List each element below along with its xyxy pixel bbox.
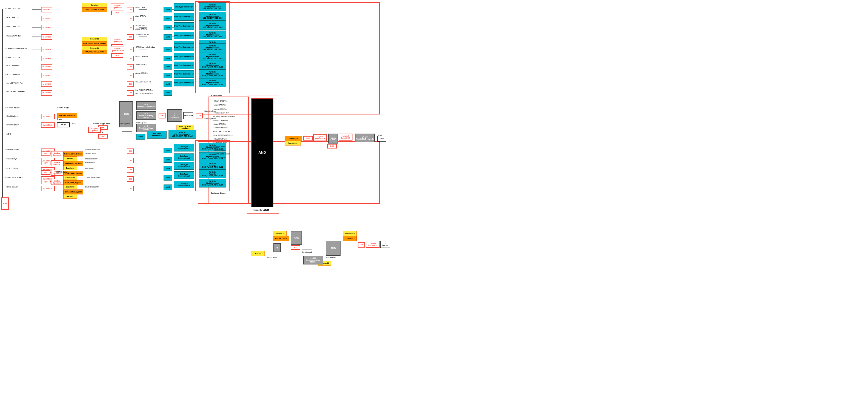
label-aux-can-rx: <Aux CAN Rx>: [5, 65, 19, 67]
resettable-delay-1-5s: z^-150Resettable Delay 1.5s: [355, 134, 375, 142]
uint8-4: uint8: [163, 34, 172, 40]
const7: Constant7: [63, 194, 77, 199]
startup-hack: Start_Up_HackConstant5: [177, 125, 194, 130]
logical-operator12: LogicalOperator12: [111, 37, 124, 44]
label-plausibility: <Plausibility>: [5, 158, 17, 160]
not-block-ts-off: NOT: [98, 134, 107, 139]
label-vdc: <VDC>: [5, 133, 12, 135]
systems-states-label: Systems States: [211, 192, 225, 194]
buzzer-reset-label: Buzzer Reset: [267, 257, 277, 258]
and-in-dash-can-tx: <Dash CAN Tx>: [213, 100, 228, 102]
uint8-2: uint8: [163, 15, 172, 21]
label-bms-status: <BMS Status>: [5, 186, 19, 188]
not-k8: NOT: [303, 136, 313, 141]
logical-op-15: LogicalOperator15: [339, 134, 352, 141]
enable-k8: Enable_K8: [285, 136, 302, 141]
or-block-2: OR: [127, 15, 134, 21]
terminator-2: Terminator1: [302, 249, 312, 255]
rate-inv-right: to 100Hz9: [41, 90, 52, 96]
dtc-9: Data Type Conversion9: [174, 79, 194, 87]
resettable-delay-1500ms: z^-150Resettable Delay 1500ms: [303, 256, 323, 265]
sig-inv-left-can-rx: Inv LEFT CAN Rx: [135, 81, 151, 83]
plausibility-or-label: Plausibility OR: [85, 158, 98, 160]
const11: Constant11: [63, 175, 77, 180]
can-states-subsystem: [195, 1, 230, 93]
bspd-state-sig: BSPD State: [56, 171, 67, 173]
or-block-4: OR: [127, 34, 134, 40]
logical-op-13: LogicalOperator13: [366, 241, 379, 248]
and-in-can-ch-status: <CAN Channels Status>: [213, 115, 235, 118]
dtc-4: Data Type Conversion3: [174, 32, 194, 39]
bms-status-bypass: BMS_Status_Bypass: [63, 190, 83, 195]
and-in-accu-can-rx: <Accu CAN Rx>: [213, 127, 228, 129]
systems-states-subsystem: [195, 140, 230, 191]
dtc-7: Data Type Conversion7: [174, 62, 194, 69]
and-k8: AND: [328, 134, 338, 143]
not-sensor-err: NOT: [41, 151, 51, 156]
dtc-11: Data Type Conversion12: [174, 154, 194, 161]
or-block-15: OR: [127, 186, 134, 191]
label-inv-left-can-rx: <Inv LEFT CAN Rx>: [5, 82, 24, 84]
enable-and-border: [247, 96, 279, 213]
sensor-error-sig: Sensor Error: [85, 152, 96, 155]
not-block-1: NOT: [111, 11, 123, 15]
rate-brake: to 100Hz12: [41, 114, 55, 119]
rate-torque-tx: to 100Hz3: [41, 34, 52, 40]
resettable-delay-50ms2: z^-5Resettable Delay 50ms2: [136, 111, 156, 120]
or-block-3: OR: [127, 25, 134, 30]
logic-op-sensor-err: LogicalOperator1: [51, 151, 63, 157]
and-in-torque-can-tx: <Torque CAN Tx>: [213, 112, 229, 114]
and-in-bspd: <BSPD State>: [213, 149, 226, 151]
label-can-ch-status: <CAN Channels Status>: [5, 47, 27, 49]
bms-or-label: BMS Status OR: [85, 186, 99, 188]
brake-label: Brake: [57, 118, 62, 120]
and-in-plausibility: <Plausibility>: [213, 145, 225, 147]
plausibility-bypass: Plausibility_Bypass: [63, 161, 83, 166]
label-bspd-state: <BSPD State>: [5, 167, 19, 169]
buzzer-out: 2Buzzer: [380, 241, 390, 248]
dtc-14: Data Type Conversion15: [174, 181, 194, 188]
write-fl-bl13-2: Write toUSB Flight RecorderUSB_FLIGHT_RE…: [168, 130, 196, 139]
or-block-12: OR: [127, 158, 134, 163]
dtc-12: Data Type Conversion13: [174, 162, 194, 170]
sr-flipflop: SRFlip-Flop1: [167, 109, 182, 122]
buzzer-and-label: Buzzer AND: [327, 257, 336, 258]
label-dash-can-tx: <Dash CAN Tx>: [5, 7, 20, 10]
rate-can-ch: to 100Hz4: [41, 47, 52, 52]
or-block-1: OR: [127, 7, 134, 12]
dtc-13: Data Type Conversion14: [174, 171, 194, 179]
emit-label: Emit: [378, 134, 382, 136]
can-status-fmea-enable: CAN_Status_FMEA_Enable: [82, 41, 107, 46]
or-block-start-proc: OR: [196, 113, 203, 118]
diagram-container: SC8s to 100Hz to 100Hz1 to 100Hz2 to 100…: [0, 0, 868, 407]
label-start-button: <Start Button>: [5, 115, 19, 117]
dtc-1: Data Type Conversion: [174, 3, 194, 11]
ts-on: >= 20: [57, 123, 70, 127]
uint8-6: uint8: [163, 56, 172, 61]
dtc-6: Data Type Conversion6: [174, 53, 194, 60]
const8-buzzer: Constant8: [273, 231, 287, 236]
sensor-error-bypass: Sensor_Error_Bypass: [63, 151, 83, 157]
const-k8: Constant12: [285, 141, 301, 145]
and-in-tsal: <TSAL Safe State>: [213, 153, 230, 155]
enable-toggle-label: Enable Toggle: [57, 106, 69, 108]
uint8-9: uint8: [163, 81, 172, 87]
sensor-error-or-label: Sensor Error OR: [85, 148, 100, 151]
sig-accu-can-tx-2: Accu CAN Tx: [135, 28, 147, 30]
q-output: Q: [273, 243, 281, 252]
uint8-5: uint8: [163, 47, 172, 52]
not-tsal: NOT: [41, 170, 51, 175]
sig-dash-can-rx: Dash CAN Rx: [135, 55, 148, 57]
const4: Constant4: [63, 166, 77, 170]
rate-aux-rx: to 100Hz6: [41, 64, 52, 70]
uint8-11: uint8: [163, 148, 172, 153]
label-brake-signal: <Brake Signal>: [5, 124, 19, 126]
label-sensor-error: <Sensor Error>: [5, 148, 19, 151]
and-in-dash-can-rx: <Dash CAN Rx>: [213, 119, 228, 122]
const9: Constant9: [63, 185, 77, 189]
rate-accu-tx: to 100Hz2: [41, 25, 52, 30]
ts-off-label: TS Off: [98, 132, 103, 134]
label-aux-can-tx: <Aux CAN Tx>: [5, 16, 19, 19]
bspd-or-label: BSPD OR: [85, 167, 94, 169]
not-block-3: NOT: [111, 54, 123, 58]
